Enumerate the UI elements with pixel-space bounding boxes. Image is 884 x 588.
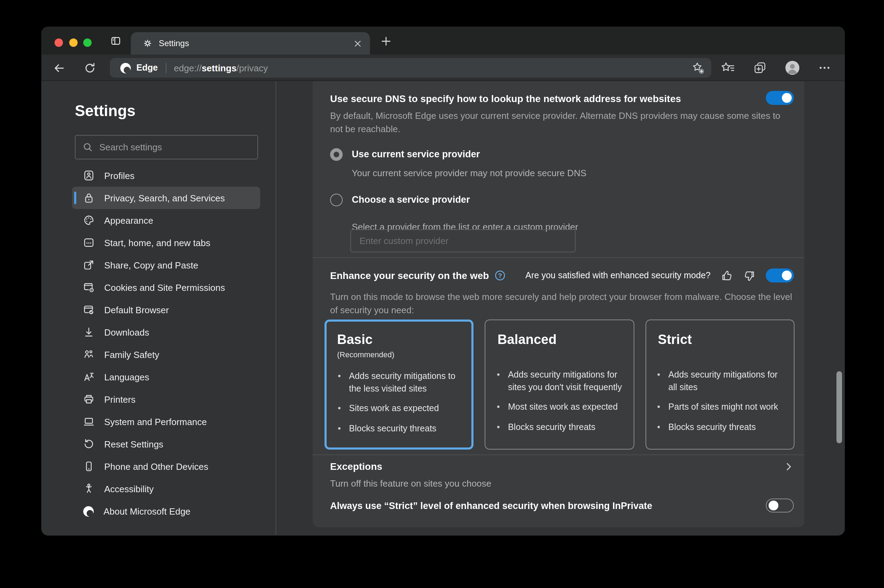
family-icon [83,349,95,360]
site-chip-label[interactable]: Edge [137,63,158,73]
level-bullets: Adds security mitigations to the less vi… [338,370,465,442]
accessibility-icon [83,483,95,494]
radio-current-provider[interactable] [330,148,343,161]
exceptions-heading: Exceptions [330,461,382,472]
search-box[interactable] [75,135,258,159]
zoom-window-button[interactable] [83,39,92,47]
settings-gear-icon [143,39,153,48]
enhanced-security-header-row: Enhance your security on the web ? Are y… [330,268,794,282]
settings-page: Settings Profiles [41,81,845,535]
laptop-icon [83,416,95,427]
default-browser-icon [83,304,95,315]
scrollbar-thumb[interactable] [836,371,842,443]
section-divider [313,454,804,455]
tab-list-icon[interactable] [111,36,121,46]
back-button[interactable] [53,62,65,74]
share-icon [83,260,95,271]
address-bar[interactable]: Edge edge://settings/privacy [110,58,711,78]
svg-text:?: ? [498,272,502,279]
sidebar-nav: Profiles Privacy, Search, and Services [72,164,260,522]
languages-icon [83,371,95,382]
toolbar-icons [721,61,831,75]
edge-logo-icon [83,506,94,516]
thumbs-up-icon[interactable] [721,270,733,281]
sidebar-item-phone-devices[interactable]: Phone and Other Devices [72,455,260,477]
radio-current-provider-label[interactable]: Use current service provider [352,149,480,159]
inprivate-row: Always use “Strict” level of enhanced se… [330,498,794,513]
profile-avatar[interactable] [785,61,799,75]
favorites-icon[interactable] [721,61,735,75]
level-name: Strict [658,332,785,348]
thumbs-down-icon[interactable] [743,270,755,281]
sidebar-item-family-safety[interactable]: Family Safety [72,343,260,366]
sidebar-item-printers[interactable]: Printers [72,388,260,410]
security-level-strict[interactable]: Strict Adds security mitigations for all… [645,320,794,450]
sidebar-item-about-edge[interactable]: About Microsoft Edge [72,500,260,522]
enhanced-security-toggle[interactable] [766,268,794,282]
phone-icon [83,461,95,472]
sidebar-item-default-browser[interactable]: Default Browser [72,298,260,321]
divider [165,63,166,73]
palette-icon [83,214,95,226]
sidebar-item-cookies-permissions[interactable]: Cookies and Site Permissions [72,276,260,298]
radio-choose-provider-label[interactable]: Choose a service provider [352,194,470,205]
level-name: Basic [337,332,465,348]
reset-icon [83,438,95,450]
sidebar-item-downloads[interactable]: Downloads [72,321,260,343]
sidebar-item-reset-settings[interactable]: Reset Settings [72,433,260,455]
inprivate-label: Always use “Strict” level of enhanced se… [330,500,652,511]
screen: Settings [0,0,884,588]
sidebar-item-share-copy-paste[interactable]: Share, Copy and Paste [72,254,260,276]
url-text[interactable]: edge://settings/privacy [174,63,268,73]
tab-settings[interactable]: Settings [131,32,370,54]
inprivate-strict-toggle[interactable] [766,498,794,513]
tab-title: Settings [159,39,352,48]
sidebar-item-profiles[interactable]: Profiles [72,164,260,187]
sidebar-item-languages[interactable]: Languages [72,366,260,388]
add-favorite-icon[interactable] [692,61,705,75]
enhanced-security-heading: Enhance your security on the web [330,270,489,281]
sidebar-item-start-home-tabs[interactable]: Start, home, and new tabs [72,231,260,254]
profile-icon [83,170,95,181]
download-icon [83,327,95,338]
close-window-button[interactable] [54,39,63,47]
radio-current-provider-sublabel: Your current service provider may not pr… [352,168,587,178]
lock-icon [83,192,95,204]
minimize-window-button[interactable] [69,39,77,47]
exceptions-description: Turn off this feature on sites you choos… [330,478,491,489]
security-level-basic[interactable]: Basic (Recommended) Adds security mitiga… [324,320,474,450]
secure-dns-description: By default, Microsoft Edge uses your cur… [330,109,794,136]
refresh-button[interactable] [84,62,96,74]
printer-icon [83,394,95,405]
level-bullets: Adds security mitigations for all sites … [657,369,787,441]
new-tab-button[interactable] [379,34,393,48]
sidebar-item-appearance[interactable]: Appearance [72,209,260,231]
sidebar-item-system-performance[interactable]: System and Performance [72,410,260,433]
level-bullets: Adds security mitigations for sites you … [497,369,627,441]
security-level-balanced[interactable]: Balanced Adds security mitigations for s… [485,320,634,450]
tab-strip: Settings [41,27,845,54]
sidebar-item-privacy[interactable]: Privacy, Search, and Services [72,187,260,209]
custom-provider-input[interactable] [350,230,576,252]
toolbar: Edge edge://settings/privacy [41,54,845,81]
settings-content: Use secure DNS to specify how to lookup … [276,81,845,535]
search-input[interactable] [99,142,251,152]
collections-icon[interactable] [753,61,767,75]
exceptions-row[interactable]: Exceptions [330,461,794,472]
secure-dns-toggle[interactable] [766,91,794,105]
search-icon [83,142,93,152]
chevron-right-icon[interactable] [783,461,794,472]
section-divider [313,257,804,258]
privacy-settings-card: Use secure DNS to specify how to lookup … [313,81,804,527]
tab-close-icon[interactable] [352,38,363,49]
secure-dns-heading: Use secure DNS to specify how to lookup … [330,93,750,104]
feedback-question: Are you satisfied with enhanced security… [525,271,711,280]
more-options-icon[interactable] [818,61,831,75]
level-badge: (Recommended) [337,350,465,358]
sidebar: Settings Profiles [41,81,276,535]
site-permissions-icon [83,282,95,293]
tabs-icon [83,237,95,248]
radio-choose-provider[interactable] [330,194,343,206]
sidebar-item-accessibility[interactable]: Accessibility [72,477,260,500]
help-icon[interactable]: ? [494,270,506,281]
